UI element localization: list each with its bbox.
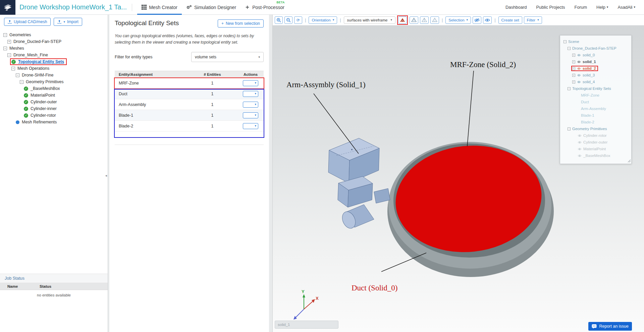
expand-icon[interactable]: + [572, 54, 575, 57]
visibility-eye-icon[interactable] [577, 74, 581, 77]
scene-tree-prim-cylinder-outer[interactable]: Cylinder-outer [562, 139, 629, 146]
nav-dashboard[interactable]: Dashboard [505, 5, 527, 10]
visibility-eye-icon[interactable] [577, 80, 581, 84]
scene-tree-solid-3[interactable]: + solid_3 [562, 72, 629, 78]
tree-item-geometries[interactable]: − Geometries [0, 32, 108, 38]
actions-dropdown[interactable]: ▾ [243, 123, 258, 129]
mesh-quality-button-1[interactable] [398, 16, 407, 24]
collapse-icon[interactable]: − [16, 73, 19, 77]
expand-icon[interactable]: + [572, 74, 575, 77]
collapse-icon[interactable]: − [3, 47, 7, 50]
collapse-icon[interactable]: − [568, 47, 571, 50]
hide-selected-button[interactable] [473, 16, 481, 24]
scene-tree-solid-2[interactable]: + solid_2 [562, 65, 629, 72]
scene-tree-set-duct[interactable]: Duct [562, 99, 629, 105]
visibility-eye-icon[interactable] [578, 134, 582, 137]
visibility-eye-icon[interactable] [578, 154, 582, 157]
tree-item-topological-entity-sets[interactable]: ✓ Topological Entity Sets [0, 58, 108, 65]
actions-dropdown[interactable]: ▾ [243, 80, 258, 86]
tree-item-mesh-refinements[interactable]: Mesh Refinements [0, 119, 108, 125]
actions-dropdown[interactable]: ▾ [243, 102, 258, 108]
tree-item-materialpoint[interactable]: ✓ MaterialPoint [0, 92, 108, 99]
nav-forum[interactable]: Forum [575, 5, 587, 10]
scene-tree-prim-basemeshbox[interactable]: _BaseMeshBox [562, 152, 629, 159]
table-row-mrf-zone[interactable]: MRF-Zone 1 ▾ [115, 78, 264, 89]
report-issue-button[interactable]: Report an issue [588, 322, 632, 331]
tab-mesh-creator[interactable]: Mesh Creator [137, 0, 182, 15]
nav-help[interactable]: Help ▾ [596, 5, 608, 10]
scene-tree-prim-cylinder-rotor[interactable]: Cylinder-rotor [562, 132, 629, 139]
tree-item-geometry-primitives[interactable]: − Geometry Primitives [0, 78, 108, 85]
visibility-eye-icon[interactable] [578, 148, 582, 151]
scene-tree-primitives-header[interactable]: − Geometry Primitives [562, 125, 629, 132]
import-button[interactable]: ▾ Import [54, 18, 82, 26]
visibility-eye-icon[interactable] [577, 60, 581, 63]
expand-icon[interactable]: + [7, 40, 11, 44]
collapse-icon[interactable]: − [11, 67, 15, 70]
table-row-arm-assembly[interactable]: Arm-Assembly 1 ▾ [115, 99, 264, 110]
scene-tree-prim-materialpoint[interactable]: MaterialPoint [562, 146, 629, 152]
project-title[interactable]: Drone Workshop HomeWork_1 Ta... [19, 3, 127, 11]
tree-item-cylinder-rotor[interactable]: ✓ Cylinder-rotor [0, 112, 108, 119]
expand-icon[interactable]: + [572, 80, 575, 84]
collapse-icon[interactable]: − [3, 33, 7, 37]
entity-type-select[interactable]: volume sets ▾ [191, 52, 264, 62]
tab-post-processor[interactable]: BETA Post-Processor [240, 0, 289, 15]
table-row-blade-2[interactable]: Blade-2 1 ▾ [115, 121, 264, 131]
visibility-eye-icon[interactable] [577, 67, 581, 70]
expand-icon[interactable]: + [572, 60, 575, 63]
tree-item-drone-mesh-fine[interactable]: − Drone_Mesh_Fine [0, 52, 108, 58]
new-from-selection-button[interactable]: +New from selection [218, 19, 264, 27]
zoom-fit-button[interactable] [275, 16, 283, 24]
show-all-button[interactable] [483, 16, 492, 24]
collapse-icon[interactable]: − [20, 80, 23, 84]
scene-tree-solid-0[interactable]: + solid_0 [562, 52, 629, 58]
zoom-selection-button[interactable] [284, 16, 292, 24]
tree-item-cylinder-inner[interactable]: ✓ Cylinder-inner [0, 105, 108, 112]
collapse-icon[interactable]: − [568, 127, 571, 130]
selection-button[interactable]: Selection ▾ [445, 16, 471, 24]
orientation-button[interactable]: Orientation ▾ [309, 16, 337, 24]
sidebar-collapse-handle[interactable]: ◂ [105, 173, 107, 178]
scene-tree-solid-4[interactable]: + solid_4 [562, 78, 629, 85]
tree-item-cylinder-outer[interactable]: ✓ Cylinder-outer [0, 99, 108, 105]
collapse-icon[interactable]: − [7, 53, 11, 57]
tree-item-geometry-step[interactable]: + Drone_Ducted-Fan-STEP [0, 38, 108, 45]
collapse-icon[interactable]: − [568, 87, 571, 90]
panel-resize-handle[interactable] [627, 159, 631, 163]
scene-tree-sets-header[interactable]: − Topological Entity Sets [562, 85, 629, 92]
tree-item-mesh-operations[interactable]: − Mesh Operations [0, 65, 108, 72]
tree-item-basemeshbox[interactable]: ✓ _BaseMeshBox [0, 85, 108, 92]
actions-dropdown[interactable]: ▾ [243, 91, 258, 97]
tree-item-meshes[interactable]: − Meshes [0, 45, 108, 52]
scene-tree-set-blade-2[interactable]: Blade-2 [562, 119, 629, 125]
table-row-duct[interactable]: Duct 1 ▾ [115, 89, 264, 99]
scene-tree-geometry[interactable]: − Drone_Ducted-Fan-STEP [562, 45, 629, 52]
actions-dropdown[interactable]: ▾ [243, 112, 258, 118]
filter-button[interactable]: Filter ▾ [524, 16, 542, 24]
table-row-blade-1[interactable]: Blade-1 1 ▾ [115, 110, 264, 121]
viewer-3d[interactable]: Y X Z ⟳ | [272, 15, 644, 332]
mesh-quality-button-2[interactable] [410, 16, 418, 24]
app-logo[interactable] [0, 0, 15, 15]
expand-icon[interactable]: + [572, 67, 575, 70]
arm-assembly-solid-1[interactable] [328, 138, 390, 230]
scene-tree-set-mrf-zone[interactable]: MRF-Zone [562, 92, 629, 99]
tab-simulation-designer[interactable]: Simulation Designer [182, 0, 240, 15]
mesh-quality-button-3[interactable] [420, 16, 429, 24]
scene-tree-root[interactable]: − Scene [562, 38, 629, 45]
visibility-eye-icon[interactable] [577, 54, 581, 57]
panel-splitter[interactable] [269, 15, 272, 332]
mesh-quality-button-4[interactable] [430, 16, 439, 24]
create-set-button[interactable]: Create set [498, 16, 522, 24]
nav-public-projects[interactable]: Public Projects [536, 5, 565, 10]
scene-tree-set-arm-assembly[interactable]: Arm-Assembly [562, 105, 629, 112]
scene-tree-set-blade-1[interactable]: Blade-1 [562, 112, 629, 119]
refresh-view-button[interactable]: ⟳ [294, 16, 302, 24]
scene-tree-solid-1[interactable]: + solid_1 [562, 58, 629, 65]
render-mode-select[interactable]: surfaces with wireframe ▾ [344, 16, 395, 24]
selected-solid-input[interactable] [275, 321, 338, 329]
collapse-icon[interactable]: − [564, 40, 567, 43]
upload-cad-button[interactable]: Upload CAD/mesh [4, 18, 51, 26]
nav-user-menu[interactable]: AsadAli ▾ [618, 5, 635, 10]
